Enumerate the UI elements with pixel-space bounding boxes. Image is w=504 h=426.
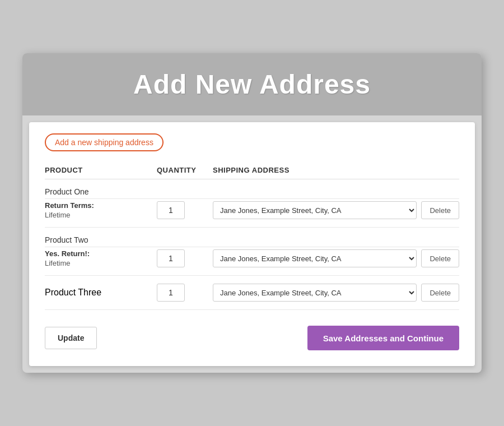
col-header-product: Product bbox=[45, 161, 157, 179]
footer-actions: Update Save Addresses and Continue bbox=[45, 326, 459, 350]
save-addresses-button[interactable]: Save Addresses and Continue bbox=[307, 326, 459, 350]
product-one-detail-row: Return Terms: Lifetime Jane Jones, Examp… bbox=[45, 199, 459, 228]
address-table: Product Quantity Shipping Address Produc… bbox=[45, 161, 459, 310]
product-one-address-cell: Jane Jones, Example Street, City, CA Del… bbox=[213, 199, 459, 228]
product-three-row: Product Three Jane Jones, Example Street… bbox=[45, 276, 459, 310]
product-two-address-select[interactable]: Jane Jones, Example Street, City, CA bbox=[213, 249, 417, 267]
page-body: Add a new shipping address Product Quant… bbox=[29, 122, 475, 366]
product-one-return-label: Return Terms: bbox=[45, 201, 157, 210]
product-three-qty-cell bbox=[157, 276, 213, 310]
col-header-shipping-address: Shipping Address bbox=[213, 161, 459, 179]
add-shipping-link[interactable]: Add a new shipping address bbox=[45, 133, 164, 151]
product-three-name: Product Three bbox=[45, 276, 157, 310]
product-two-detail-row: Yes. Return!: Lifetime Jane Jones, Examp… bbox=[45, 247, 459, 276]
product-one-delete-button[interactable]: Delete bbox=[421, 201, 459, 219]
product-one-name: Product One bbox=[45, 179, 459, 199]
update-button[interactable]: Update bbox=[45, 327, 97, 349]
product-two-return-label: Yes. Return!: bbox=[45, 249, 157, 258]
page-title: Add New Address bbox=[39, 69, 465, 100]
product-three-address-cell: Jane Jones, Example Street, City, CA Del… bbox=[213, 276, 459, 310]
product-one-name-row: Product One bbox=[45, 179, 459, 199]
col-header-quantity: Quantity bbox=[157, 161, 213, 179]
product-one-return-sub: Lifetime bbox=[45, 210, 157, 219]
product-two-labels: Yes. Return!: Lifetime bbox=[45, 247, 157, 276]
product-two-name: Product Two bbox=[45, 228, 459, 247]
product-one-address-select[interactable]: Jane Jones, Example Street, City, CA bbox=[213, 201, 417, 219]
product-one-qty-input[interactable] bbox=[157, 201, 185, 219]
page-wrapper: Add New Address Add a new shipping addre… bbox=[22, 53, 482, 373]
page-header: Add New Address bbox=[22, 53, 482, 115]
product-three-qty-input[interactable] bbox=[157, 284, 185, 302]
product-three-delete-button[interactable]: Delete bbox=[421, 284, 459, 302]
product-one-qty-cell bbox=[157, 199, 213, 228]
product-two-qty-input[interactable] bbox=[157, 249, 185, 267]
product-two-return-sub: Lifetime bbox=[45, 258, 157, 267]
product-two-address-cell: Jane Jones, Example Street, City, CA Del… bbox=[213, 247, 459, 276]
product-two-delete-button[interactable]: Delete bbox=[421, 249, 459, 267]
product-two-qty-cell bbox=[157, 247, 213, 276]
product-two-name-row: Product Two bbox=[45, 228, 459, 247]
product-three-address-select[interactable]: Jane Jones, Example Street, City, CA bbox=[213, 284, 417, 302]
product-one-labels: Return Terms: Lifetime bbox=[45, 199, 157, 228]
